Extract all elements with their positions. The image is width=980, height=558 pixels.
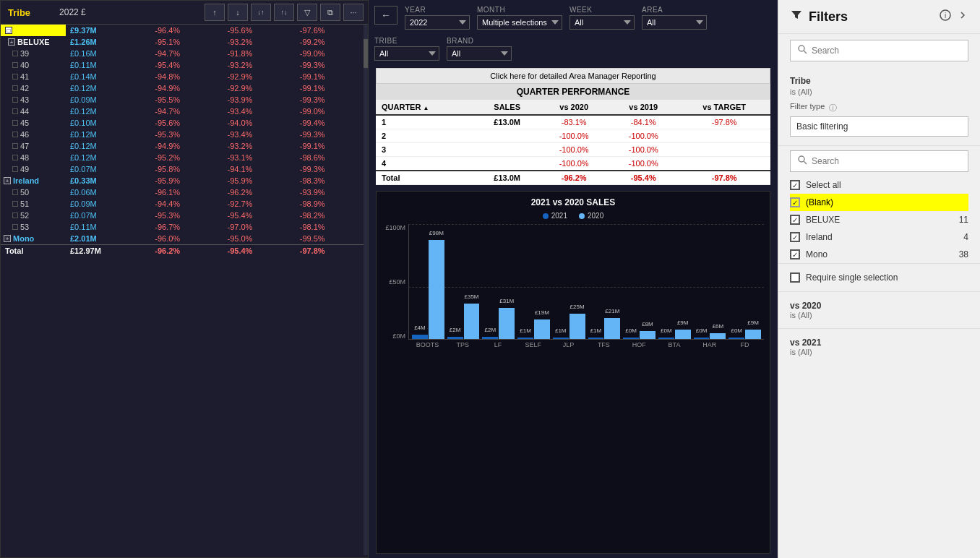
require-single-label: Require single selection — [806, 272, 898, 283]
filter-top-search-input[interactable] — [812, 46, 960, 56]
y-label-50: £50M — [382, 278, 405, 286]
require-single-row[interactable]: Require single selection — [778, 263, 980, 291]
x-axis-label: TFS — [588, 341, 620, 348]
bar-2020: £9M — [675, 330, 691, 339]
select-all-checkbox[interactable] — [790, 180, 800, 190]
select-all-row[interactable]: Select all — [790, 176, 968, 194]
filter-option-blank[interactable]: (Blank) — [790, 194, 968, 211]
filter-type-info-icon: ⓘ — [829, 103, 837, 113]
filter-expand-btn[interactable] — [957, 9, 968, 24]
filter-info-btn[interactable]: i — [940, 9, 951, 24]
require-single-checkbox[interactable] — [790, 272, 800, 283]
year-header: 2022 £ — [59, 7, 86, 17]
week-filter-group: WEEK All — [569, 6, 635, 30]
mono-label: Mono — [806, 249, 953, 259]
beluxe-checkbox[interactable] — [790, 215, 800, 225]
area-manager-link[interactable]: Click here for detailed Area Manager Rep… — [376, 68, 770, 84]
expand-btn[interactable]: ⧉ — [320, 4, 340, 21]
table-row: + BELUXE £1.26M -95.1% -93.2% -99.2% — [1, 36, 368, 48]
filter-type-row: Filter type ⓘ — [790, 102, 968, 113]
select-all-label: Select all — [806, 180, 968, 190]
ireland-checkbox[interactable] — [790, 232, 800, 242]
x-axis-label: BTA — [658, 341, 691, 348]
bar-2020: £98M — [429, 240, 444, 339]
month-filter-group: MONTH Multiple selections — [477, 6, 562, 30]
chart-area: £4M£98M£2M£35M£2M£31M£1M£19M£1M£25M£1M£2… — [408, 224, 764, 350]
week-select[interactable]: All — [569, 15, 635, 30]
bar-2021: £4M — [412, 335, 428, 339]
x-axis-label: LF — [482, 341, 515, 348]
svg-line-5 — [804, 161, 807, 164]
back-button[interactable]: ← — [374, 6, 397, 25]
scrollbar-track[interactable] — [364, 25, 368, 555]
bar-2021: £1M — [517, 338, 533, 339]
table-row: + Mono £2.01M -96.0% -95.0% -99.5% — [1, 233, 368, 245]
filter-option-beluxe[interactable]: BELUXE 11 — [790, 211, 968, 228]
table-row: 42£0.12M-94.9%-92.9%-99.1% — [1, 82, 368, 94]
tribe-select[interactable]: All — [374, 46, 439, 61]
filter-top-search[interactable] — [790, 40, 968, 61]
year-filter-group: YEAR 2022 — [405, 6, 470, 30]
brand-label: BRAND — [447, 37, 512, 45]
filter-inner-search-input[interactable] — [812, 156, 960, 166]
bar-2020: £21M — [604, 318, 620, 339]
brand-select[interactable]: All — [447, 46, 512, 61]
filter-type-select[interactable]: Basic filtering — [790, 116, 968, 137]
tribe-filter-section: Tribe is (All) Filter type ⓘ Basic filte… — [778, 67, 980, 146]
table-row: 52£0.07M-95.3%-95.4%-98.2% — [1, 210, 368, 221]
x-axis-label: TPS — [447, 341, 479, 348]
bar-chart-section: 2021 vs 2020 SALES 2021 2020 £100M £50M … — [376, 191, 770, 554]
sort-multi1-btn[interactable]: ↓↑ — [251, 4, 271, 21]
tribe-label: TRIBE — [374, 37, 439, 45]
filters-title: Filters — [809, 9, 934, 25]
ireland-label: Ireland — [806, 232, 958, 242]
year-select[interactable]: 2022 — [405, 15, 470, 30]
table-row: 44£0.12M-94.7%-93.4%-99.0% — [1, 106, 368, 117]
quarter-row-total: Total £13.0M -96.2% -95.4% -97.8% — [376, 171, 770, 185]
table-row: 39£0.16M-94.7%-91.8%-99.0% — [1, 48, 368, 59]
bar-2020: £35M — [464, 304, 480, 339]
legend-2021-label: 2021 — [551, 212, 567, 220]
chart-bars-container: £4M£98M£2M£35M£2M£31M£1M£19M£1M£25M£1M£2… — [408, 224, 764, 340]
bar-2021: £2M — [447, 337, 463, 339]
bar-2021: £0M — [623, 338, 639, 339]
more-btn[interactable]: ··· — [343, 4, 364, 21]
quarter-table: QUARTER ▲ SALES vs 2020 vs 2019 vs TARGE… — [376, 100, 770, 185]
filter-inner-search[interactable] — [790, 150, 968, 172]
sort-asc-btn[interactable]: ↑ — [205, 4, 225, 21]
quarter-row-1: 1 £13.0M -83.1% -84.1% -97.8% — [376, 115, 770, 129]
mono-checkbox[interactable] — [790, 249, 800, 259]
sort-desc-btn[interactable]: ↓ — [228, 4, 248, 21]
month-select[interactable]: Multiple selections — [477, 15, 562, 30]
filter-option-mono[interactable]: Mono 38 — [790, 246, 968, 263]
filter-type-label: Filter type — [790, 102, 825, 111]
scrollbar-thumb[interactable] — [364, 39, 368, 68]
bar-2021: £0M — [658, 338, 674, 339]
sort-multi2-btn[interactable]: ↑↓ — [274, 4, 294, 21]
filter-type-select-container[interactable]: Basic filtering — [790, 116, 968, 137]
tribe-header: Tribe — [8, 7, 30, 18]
vs2021-section: vs 2021 is (All) — [778, 328, 980, 365]
quarter-section: Click here for detailed Area Manager Rep… — [376, 68, 770, 185]
filter-btn[interactable]: ▽ — [297, 4, 317, 21]
table-row: 46£0.12M-95.3%-93.4%-99.3% — [1, 129, 368, 140]
legend-2020-label: 2020 — [588, 212, 603, 220]
filter-options-list: Select all (Blank) BELUXE 11 Ireland 4 M… — [778, 176, 980, 263]
grid-line-50 — [408, 287, 764, 288]
blank-checkbox[interactable] — [790, 197, 800, 207]
x-axis-label: HOF — [623, 341, 656, 348]
table-row: 43£0.09M-95.5%-93.9%-99.3% — [1, 94, 368, 106]
beluxe-count: 11 — [959, 215, 968, 225]
table-toolbar: Tribe 2022 £ ↑ ↓ ↓↑ ↑↓ ▽ ⧉ ··· — [1, 1, 368, 25]
table-row: 45£0.10M-95.6%-94.0%-99.4% — [1, 117, 368, 129]
middle-panel: ← YEAR 2022 MONTH Multiple selections WE… — [369, 0, 778, 558]
vs2020-value: is (All) — [790, 311, 968, 319]
bar-2020: £8M — [640, 331, 656, 339]
filters-header: Filters i — [778, 0, 980, 34]
area-select[interactable]: All — [642, 15, 707, 30]
filter-option-ireland[interactable]: Ireland 4 — [790, 228, 968, 246]
vs2020-section: vs 2020 is (All) — [778, 291, 980, 328]
bar-2020: £9M — [745, 330, 761, 339]
table-row-total: Total £12.97M -96.2% -95.4% -97.8% — [1, 245, 368, 257]
y-label-0: £0M — [382, 332, 405, 340]
